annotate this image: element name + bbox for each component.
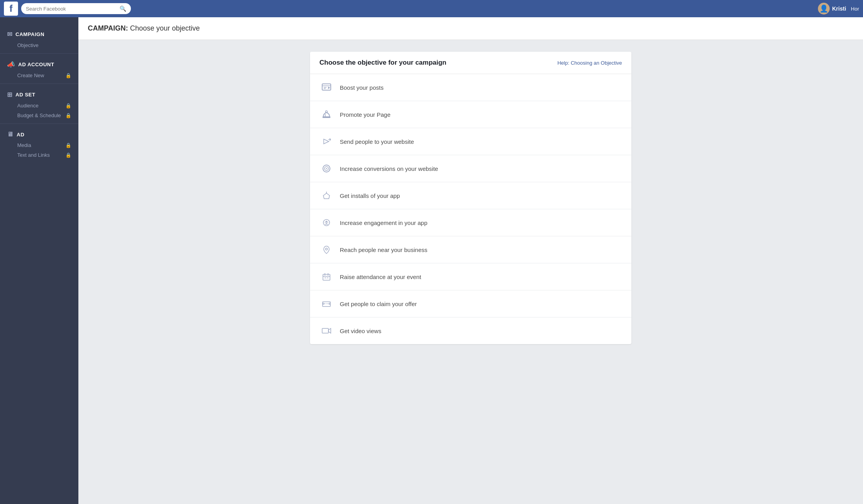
search-icon: 🔍 bbox=[120, 5, 126, 12]
sidebar-ad-set-label: AD SET bbox=[16, 92, 36, 98]
sidebar-item-objective[interactable]: Objective bbox=[0, 40, 78, 50]
ad-icon: 🖥 bbox=[7, 131, 14, 138]
sidebar-ad-label: AD bbox=[17, 132, 25, 138]
objective-item-increase-conversions[interactable]: Increase conversions on your website bbox=[310, 155, 631, 182]
nav-home-label[interactable]: Hor bbox=[851, 6, 859, 12]
get-installs-label: Get installs of your app bbox=[340, 192, 400, 199]
objective-item-raise-attendance[interactable]: Raise attendance at your event bbox=[310, 263, 631, 290]
sidebar-ad-account-label: AD ACCOUNT bbox=[18, 62, 54, 67]
page-header: CAMPAIGN: Choose your objective bbox=[78, 17, 863, 40]
video-views-label: Get video views bbox=[340, 328, 381, 334]
svg-point-6 bbox=[326, 111, 328, 113]
media-label: Media bbox=[17, 142, 31, 148]
svg-marker-28 bbox=[328, 328, 331, 333]
increase-conversions-icon bbox=[319, 161, 334, 176]
svg-rect-5 bbox=[323, 116, 330, 118]
sidebar-item-text-links[interactable]: Text and Links 🔒 bbox=[0, 150, 78, 160]
svg-marker-7 bbox=[324, 139, 329, 144]
svg-point-18 bbox=[326, 248, 328, 250]
objective-card: Choose the objective for your campaign H… bbox=[310, 52, 631, 344]
promote-page-label: Promote your Page bbox=[340, 111, 390, 118]
increase-engagement-label: Increase engagement in your app bbox=[340, 219, 427, 226]
objective-item-get-installs[interactable]: Get installs of your app bbox=[310, 182, 631, 209]
nav-user-name: Kristi bbox=[832, 5, 846, 12]
claim-offer-icon bbox=[319, 297, 334, 311]
sidebar: ✉ CAMPAIGN Objective 📣 AD ACCOUNT Create… bbox=[0, 17, 78, 504]
text-links-label: Text and Links bbox=[17, 152, 50, 158]
objective-card-header: Choose the objective for your campaign H… bbox=[310, 52, 631, 74]
objective-item-promote-page[interactable]: Promote your Page bbox=[310, 101, 631, 128]
top-navigation: f 🔍 👤 Kristi Hor bbox=[0, 0, 863, 17]
sidebar-campaign-label: CAMPAIGN bbox=[16, 31, 45, 37]
audience-label: Audience bbox=[17, 103, 38, 109]
budget-schedule-label: Budget & Schedule bbox=[17, 112, 61, 118]
get-installs-icon bbox=[319, 189, 334, 203]
app-layout: ✉ CAMPAIGN Objective 📣 AD ACCOUNT Create… bbox=[0, 17, 863, 504]
lock-icon-media: 🔒 bbox=[65, 143, 71, 148]
reach-people-label: Reach people near your business bbox=[340, 247, 427, 253]
objective-label: Objective bbox=[17, 42, 38, 48]
sidebar-section-ad-set: ⊞ AD SET Audience 🔒 Budget & Schedule 🔒 bbox=[0, 84, 78, 124]
create-new-label: Create New bbox=[17, 73, 44, 78]
page-header-bold: CAMPAIGN: bbox=[88, 24, 128, 32]
search-input[interactable] bbox=[26, 6, 120, 12]
boost-posts-icon bbox=[319, 80, 334, 94]
facebook-f-letter: f bbox=[9, 4, 13, 13]
svg-rect-19 bbox=[323, 274, 330, 280]
lock-icon-audience: 🔒 bbox=[65, 103, 71, 109]
objective-item-video-views[interactable]: Get video views bbox=[310, 317, 631, 344]
claim-offer-label: Get people to claim your offer bbox=[340, 301, 417, 307]
objective-item-boost-posts[interactable]: Boost your posts bbox=[310, 74, 631, 101]
content-area: Choose the objective for your campaign H… bbox=[78, 40, 863, 356]
svg-rect-27 bbox=[322, 328, 328, 333]
sidebar-item-media[interactable]: Media 🔒 bbox=[0, 140, 78, 150]
objective-card-title: Choose the objective for your campaign bbox=[319, 59, 446, 67]
svg-rect-0 bbox=[322, 84, 331, 90]
page-header-rest: Choose your objective bbox=[128, 24, 200, 32]
sidebar-item-create-new[interactable]: Create New 🔒 bbox=[0, 71, 78, 80]
increase-engagement-icon bbox=[319, 216, 334, 230]
sidebar-section-ad: 🖥 AD Media 🔒 Text and Links 🔒 bbox=[0, 124, 78, 163]
sidebar-section-campaign: ✉ CAMPAIGN Objective bbox=[0, 24, 78, 54]
objective-item-reach-people[interactable]: Reach people near your business bbox=[310, 236, 631, 263]
sidebar-ad-header: 🖥 AD bbox=[0, 129, 78, 140]
nav-right-area: 👤 Kristi Hor bbox=[818, 3, 859, 15]
send-to-website-label: Send people to your website bbox=[340, 138, 414, 145]
svg-point-13 bbox=[326, 168, 327, 169]
nav-user[interactable]: 👤 Kristi bbox=[818, 3, 846, 15]
lock-icon-create-new: 🔒 bbox=[65, 73, 71, 78]
sidebar-section-ad-account: 📣 AD ACCOUNT Create New 🔒 bbox=[0, 54, 78, 84]
increase-conversions-label: Increase conversions on your website bbox=[340, 165, 438, 172]
video-views-icon bbox=[319, 324, 334, 338]
reach-people-icon bbox=[319, 243, 334, 257]
sidebar-ad-account-header: 📣 AD ACCOUNT bbox=[0, 58, 78, 71]
lock-icon-budget: 🔒 bbox=[65, 113, 71, 118]
objective-item-send-to-website[interactable]: Send people to your website bbox=[310, 128, 631, 155]
raise-attendance-icon bbox=[319, 270, 334, 284]
objective-item-claim-offer[interactable]: Get people to claim your offer bbox=[310, 290, 631, 317]
avatar: 👤 bbox=[818, 3, 830, 15]
ad-set-icon: ⊞ bbox=[7, 91, 13, 98]
sidebar-ad-set-header: ⊞ AD SET bbox=[0, 89, 78, 101]
svg-marker-4 bbox=[328, 87, 330, 89]
help-link[interactable]: Help: Choosing an Objective bbox=[557, 60, 622, 66]
search-bar[interactable]: 🔍 bbox=[21, 3, 131, 14]
svg-rect-25 bbox=[323, 302, 330, 306]
main-content: CAMPAIGN: Choose your objective Choose t… bbox=[78, 17, 863, 504]
campaign-icon: ✉ bbox=[7, 31, 13, 38]
promote-page-icon bbox=[319, 107, 334, 121]
raise-attendance-label: Raise attendance at your event bbox=[340, 274, 421, 280]
boost-posts-label: Boost your posts bbox=[340, 84, 384, 91]
ad-account-icon: 📣 bbox=[7, 61, 15, 68]
sidebar-campaign-header: ✉ CAMPAIGN bbox=[0, 28, 78, 40]
sidebar-item-audience[interactable]: Audience 🔒 bbox=[0, 101, 78, 111]
objective-list: Boost your posts Promote your Page Send … bbox=[310, 74, 631, 344]
facebook-logo: f bbox=[4, 2, 18, 16]
objective-item-increase-engagement[interactable]: Increase engagement in your app bbox=[310, 209, 631, 236]
send-to-website-icon bbox=[319, 134, 334, 149]
sidebar-item-budget-schedule[interactable]: Budget & Schedule 🔒 bbox=[0, 111, 78, 120]
lock-icon-text-links: 🔒 bbox=[65, 152, 71, 158]
